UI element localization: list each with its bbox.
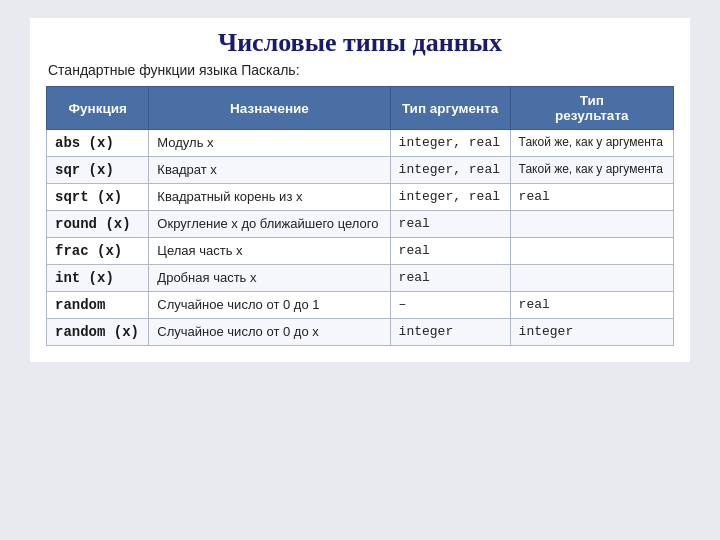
desc-cell: Случайное число от 0 до x (149, 319, 390, 346)
result-cell (510, 238, 673, 265)
desc-cell: Квадратный корень из x (149, 184, 390, 211)
func-cell: random (x) (47, 319, 149, 346)
table-row: abs (x)Модуль xinteger, realТакой же, ка… (47, 130, 674, 157)
desc-cell: Округление x до ближайшего целого (149, 211, 390, 238)
subtitle: Стандартные функции языка Паскаль: (48, 62, 674, 78)
col-header-desc: Назначение (149, 87, 390, 130)
result-cell: integer (510, 319, 673, 346)
arg-cell: integer, real (390, 184, 510, 211)
desc-cell: Квадрат x (149, 157, 390, 184)
col-header-arg: Тип аргумента (390, 87, 510, 130)
arg-cell: real (390, 265, 510, 292)
func-cell: round (x) (47, 211, 149, 238)
table-row: frac (x)Целая часть xreal (47, 238, 674, 265)
table-row: sqrt (x)Квадратный корень из xinteger, r… (47, 184, 674, 211)
result-cell (510, 211, 673, 238)
result-cell: real (510, 184, 673, 211)
result-cell (510, 265, 673, 292)
main-container: Числовые типы данных Стандартные функции… (30, 18, 690, 362)
table-row: sqr (x)Квадрат xinteger, realТакой же, к… (47, 157, 674, 184)
arg-cell: integer, real (390, 130, 510, 157)
func-cell: abs (x) (47, 130, 149, 157)
table-row: randomСлучайное число от 0 до 1–real (47, 292, 674, 319)
desc-cell: Дробная часть x (149, 265, 390, 292)
func-cell: sqrt (x) (47, 184, 149, 211)
func-cell: sqr (x) (47, 157, 149, 184)
desc-cell: Целая часть x (149, 238, 390, 265)
col-header-func: Функция (47, 87, 149, 130)
arg-cell: real (390, 211, 510, 238)
desc-cell: Случайное число от 0 до 1 (149, 292, 390, 319)
table-row: round (x)Округление x до ближайшего цело… (47, 211, 674, 238)
table-row: random (x)Случайное число от 0 до xinteg… (47, 319, 674, 346)
func-cell: int (x) (47, 265, 149, 292)
arg-cell: integer, real (390, 157, 510, 184)
desc-cell: Модуль x (149, 130, 390, 157)
result-cell: Такой же, как у аргумента (510, 130, 673, 157)
table-row: int (x)Дробная часть xreal (47, 265, 674, 292)
func-cell: frac (x) (47, 238, 149, 265)
func-cell: random (47, 292, 149, 319)
arg-cell: – (390, 292, 510, 319)
arg-cell: real (390, 238, 510, 265)
result-cell: Такой же, как у аргумента (510, 157, 673, 184)
result-cell: real (510, 292, 673, 319)
page-title: Числовые типы данных (46, 28, 674, 58)
col-header-result: Типрезультата (510, 87, 673, 130)
arg-cell: integer (390, 319, 510, 346)
functions-table: Функция Назначение Тип аргумента Типрезу… (46, 86, 674, 346)
